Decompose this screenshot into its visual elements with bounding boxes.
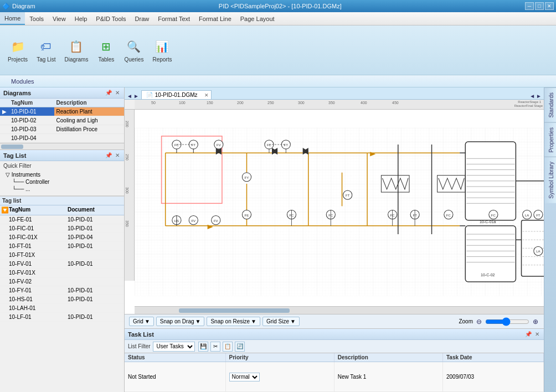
zoom-plus-btn[interactable]: ⊕ bbox=[532, 318, 539, 326]
menu-home[interactable]: Home bbox=[0, 12, 25, 25]
ruler-horizontal: 50 100 150 200 250 300 350 400 450 React… bbox=[125, 100, 544, 110]
diagrams-table: TagNum Description ▶ 10-PID-01 Reaction … bbox=[0, 99, 124, 143]
tag-row-indicator bbox=[0, 215, 7, 224]
tag-list-item[interactable]: 10-FIC-01X 10-PID-04 bbox=[0, 233, 124, 242]
grid-size-btn[interactable]: Grid Size ▼ bbox=[262, 317, 300, 326]
diagrams-icon: 📋 bbox=[68, 38, 85, 55]
modules-tab[interactable]: Modules bbox=[4, 77, 41, 86]
menu-format-text[interactable]: Format Text bbox=[153, 12, 194, 25]
quick-filter-label: Quick Filter bbox=[3, 163, 121, 169]
canvas-drawing-area[interactable]: 10-C-01a 10-C-02 bbox=[135, 110, 544, 314]
diagrams-pin-btn[interactable]: 📌 bbox=[104, 90, 113, 96]
ribbon-diagrams-btn[interactable]: 📋 Diagrams bbox=[61, 35, 92, 65]
filter-controller[interactable]: └── Controller bbox=[6, 178, 119, 185]
diagrams-row[interactable]: 10-PID-03 Distillation Proce bbox=[0, 125, 124, 134]
menu-format-line[interactable]: Format Line bbox=[194, 12, 236, 25]
ribbon-reports-btn[interactable]: 📊 Reports bbox=[149, 35, 175, 65]
snap-resize-btn[interactable]: Snap on Resize ▼ bbox=[207, 317, 260, 326]
tag-list-rows: 10-FE-01 10-PID-01 10-FIC-01 10-PID-01 1… bbox=[0, 215, 124, 392]
task-col-date: Task Date bbox=[443, 353, 544, 362]
task-refresh-btn[interactable]: 🔄 bbox=[235, 342, 245, 352]
tag-list-item[interactable]: 10-FT-01X bbox=[0, 251, 124, 260]
menu-view[interactable]: View bbox=[48, 12, 70, 25]
svg-text:FC: FC bbox=[267, 143, 272, 147]
zoom-slider[interactable] bbox=[485, 317, 529, 326]
properties-tab[interactable]: Properties bbox=[544, 122, 556, 157]
task-priority-select[interactable]: Normal bbox=[229, 373, 260, 381]
tag-num-cell: 10-FE-01 bbox=[7, 215, 65, 224]
zoom-minus-btn[interactable]: ⊖ bbox=[475, 318, 483, 326]
task-save-btn[interactable]: 💾 bbox=[198, 342, 208, 352]
menu-help[interactable]: Help bbox=[70, 12, 92, 25]
ribbon-queries-btn[interactable]: 🔍 Queries bbox=[121, 35, 147, 65]
diagrams-row[interactable]: 10-PID-02 Cooling and Ligh bbox=[0, 116, 124, 125]
tag-list-item[interactable]: 10-LF-01 10-PID-01 bbox=[0, 313, 124, 322]
diagrams-col-tagnum bbox=[0, 99, 9, 107]
close-button[interactable]: ✕ bbox=[545, 2, 554, 10]
maximize-button[interactable]: □ bbox=[535, 2, 544, 10]
tag-doc-cell bbox=[65, 277, 124, 286]
row-indicator bbox=[0, 134, 9, 143]
ribbon: 📁 Projects 🏷 Tag List 📋 Diagrams ⊞ Table… bbox=[0, 25, 556, 75]
projects-label: Projects bbox=[8, 56, 28, 63]
tab-nav-prev[interactable]: ◄ bbox=[127, 93, 132, 99]
tag-row-indicator bbox=[0, 277, 7, 286]
tag-list-item[interactable]: 10-FV-01 10-PID-01 bbox=[0, 260, 124, 269]
snap-drag-label: Snap on Drag bbox=[160, 318, 194, 324]
filter-more[interactable]: └── ... bbox=[6, 185, 119, 193]
ribbon-projects-btn[interactable]: 📁 Projects bbox=[4, 35, 31, 65]
tab-nav-next[interactable]: ► bbox=[133, 93, 139, 99]
diagrams-panel-header: Diagrams 📌 ✕ bbox=[0, 87, 124, 99]
snap-drag-btn[interactable]: Snap on Drag ▼ bbox=[156, 317, 205, 326]
svg-text:FC: FC bbox=[446, 214, 451, 217]
tag-num-cell: 10-LF-01 bbox=[7, 313, 65, 321]
tag-list-item[interactable]: 10-FY-01 10-PID-01 bbox=[0, 286, 124, 295]
snap-drag-arrow: ▼ bbox=[195, 318, 201, 324]
title-bar-left: 🔷 Diagram bbox=[2, 3, 35, 10]
diagrams-tagnum-cell: 10-PID-01 bbox=[9, 107, 54, 116]
grid-btn[interactable]: Grid ▼ bbox=[129, 317, 154, 326]
ribbon-buttons: 📁 Projects 🏷 Tag List 📋 Diagrams ⊞ Table… bbox=[4, 28, 552, 73]
task-filter-select[interactable]: User Tasks bbox=[153, 342, 195, 352]
diagram-tab-active[interactable]: 📄 10-PID-01.DGMz ✕ bbox=[141, 90, 212, 99]
task-row[interactable]: Not Started Normal New Task 1 2009/07/03 bbox=[125, 362, 544, 392]
tag-list-item[interactable]: 10-FT-01 10-PID-01 bbox=[0, 242, 124, 251]
task-date-cell: 2009/07/03 bbox=[443, 362, 544, 392]
canvas-nav-next[interactable]: ► bbox=[536, 93, 542, 99]
tag-list-item[interactable]: 10-HS-01 10-PID-01 bbox=[0, 295, 124, 304]
svg-text:FT: FT bbox=[192, 143, 196, 147]
ribbon-taglist-btn[interactable]: 🏷 Tag List bbox=[33, 35, 59, 65]
ribbon-tables-btn[interactable]: ⊞ Tables bbox=[94, 35, 119, 65]
tag-row-indicator bbox=[0, 224, 7, 233]
task-pin-btn[interactable]: 📌 bbox=[524, 331, 533, 337]
diagrams-scrollbar[interactable] bbox=[0, 143, 124, 149]
canvas-h-scrollbar[interactable] bbox=[135, 306, 544, 314]
diagrams-scroll-thumb bbox=[1, 145, 23, 149]
menu-pid-tools[interactable]: P&ID Tools bbox=[91, 12, 130, 25]
task-close-btn[interactable]: ✕ bbox=[534, 331, 540, 337]
task-copy-btn[interactable]: 📋 bbox=[223, 342, 233, 352]
tag-list-item[interactable]: 10-LAH-01 bbox=[0, 304, 124, 313]
tag-list-close-btn[interactable]: ✕ bbox=[114, 152, 121, 158]
minimize-button[interactable]: ─ bbox=[525, 2, 534, 10]
diagrams-close-btn[interactable]: ✕ bbox=[114, 90, 121, 96]
tag-list-item[interactable]: 10-FE-01 10-PID-01 bbox=[0, 215, 124, 224]
symbol-library-tab[interactable]: Symbol Library bbox=[544, 157, 556, 203]
tables-icon: ⊞ bbox=[97, 38, 115, 55]
tag-list-item[interactable]: 10-FIC-01 10-PID-01 bbox=[0, 224, 124, 233]
tag-list-item[interactable]: 10-FV-01X bbox=[0, 269, 124, 277]
diagrams-row[interactable]: ▶ 10-PID-01 Reaction Plant bbox=[0, 107, 124, 116]
filter-instruments[interactable]: ▽ Instruments bbox=[6, 171, 119, 178]
canvas-nav-prev[interactable]: ◄ bbox=[529, 93, 535, 99]
diagrams-row[interactable]: 10-PID-04 bbox=[0, 134, 124, 143]
tag-list-pin-btn[interactable]: 📌 bbox=[104, 152, 113, 158]
menu-draw[interactable]: Draw bbox=[131, 12, 154, 25]
tag-list-title: Tag List bbox=[3, 152, 26, 159]
tag-list-item[interactable]: 10-FV-02 bbox=[0, 277, 124, 286]
filter-icon: 🔽 bbox=[0, 205, 7, 215]
task-cut-btn[interactable]: ✂ bbox=[210, 342, 220, 352]
menu-tools[interactable]: Tools bbox=[25, 12, 48, 25]
tab-close-icon[interactable]: ✕ bbox=[204, 92, 209, 98]
menu-page-layout[interactable]: Page Layout bbox=[236, 12, 279, 25]
standards-tab[interactable]: Standards bbox=[544, 87, 556, 122]
